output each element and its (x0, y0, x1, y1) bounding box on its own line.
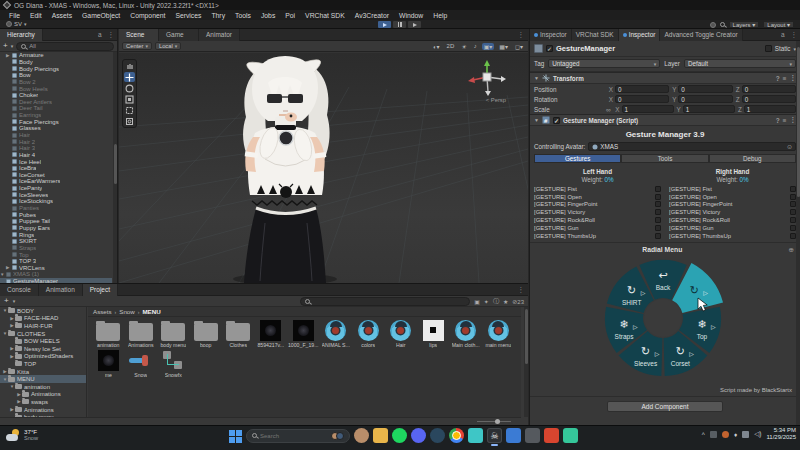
help-icon[interactable]: ? (776, 117, 780, 124)
script-header[interactable]: ▼ # ✓ Gesture Manager (Script) ? ≡ ⋮ (530, 114, 800, 126)
search-by-label-icon[interactable]: ✦ (484, 298, 489, 305)
asset-1000-f-19[interactable]: 1000_F_19... (287, 320, 320, 348)
hierarchy-item-hair-4[interactable]: Hair 4 (0, 152, 112, 159)
play-button[interactable] (378, 21, 391, 28)
tab-animation[interactable]: Animation (39, 284, 83, 296)
tab-inspector-1[interactable]: Inspector (530, 29, 572, 41)
asset-colors[interactable]: colors (352, 320, 385, 348)
taskbar-search[interactable] (246, 429, 350, 443)
tree-item-hair-fur[interactable]: ▶HAIR-FUR (0, 322, 86, 330)
shading-mode-icon[interactable]: ◐▾ (431, 43, 442, 50)
step-button[interactable] (408, 21, 421, 28)
services-icon[interactable] (710, 22, 716, 28)
gesture-checkbox[interactable] (655, 233, 661, 239)
onedrive-icon[interactable] (710, 431, 717, 438)
taskbar-icon-notes[interactable] (563, 428, 578, 443)
grid-toggle-icon[interactable]: ▦▾ (497, 43, 510, 50)
menu-file[interactable]: File (4, 12, 25, 19)
effects-toggle-icon[interactable]: ▣▾ (482, 43, 495, 50)
asset-animations[interactable]: Animations (125, 320, 158, 348)
taskbar-icon-vrchat-skull[interactable]: ☠ (487, 428, 502, 443)
presets-icon[interactable]: ≡ (783, 117, 787, 124)
weather-widget[interactable]: 37°F Snow (6, 428, 38, 441)
hierarchy-item-deer-tail[interactable]: Deer Tail (0, 105, 112, 112)
display-icon[interactable] (742, 431, 749, 438)
x-value-field[interactable]: 1 (622, 105, 674, 113)
hierarchy-item-pubes[interactable]: Pubes (0, 211, 112, 218)
tab-advanced-toggle-creator[interactable]: Advanced Toggle Creator (660, 29, 742, 41)
gesture-checkbox[interactable] (655, 201, 661, 207)
info-icon[interactable]: ⓘ (493, 297, 499, 306)
layers-dropdown[interactable]: Layers ▾ (729, 21, 760, 28)
rect-tool-icon[interactable] (124, 105, 135, 115)
asset-8594217v[interactable]: 8594217v... (255, 320, 288, 348)
lock-icon[interactable]: a (95, 29, 105, 40)
tab-hierarchy[interactable]: Hierarchy (0, 29, 43, 41)
x-value-field[interactable]: 0 (615, 95, 669, 103)
tab-vrchat-sdk[interactable]: VRChat SDK (572, 29, 619, 41)
hierarchy-item-top[interactable]: Top (0, 251, 112, 258)
tab-debug[interactable]: Debug (709, 154, 796, 163)
gizmos-dropdown-icon[interactable]: ◻▾ (513, 43, 525, 50)
menu-dots-icon[interactable]: ⋮ (514, 284, 529, 295)
scale-tool-icon[interactable] (124, 94, 135, 104)
tree-item-bow-heels[interactable]: BOW HEELS (0, 337, 86, 345)
hierarchy-item-icecorset[interactable]: IceCorset (0, 172, 112, 179)
tab-game[interactable]: Game (159, 29, 199, 41)
project-search[interactable] (300, 297, 470, 306)
breadcrumb-snow[interactable]: Snow (119, 308, 134, 315)
hierarchy-item-bow-2[interactable]: Bow 2 (0, 79, 112, 86)
gameobject-name[interactable]: GestureManager (556, 44, 762, 53)
taskbar-icon-discord[interactable] (411, 428, 426, 443)
tree-item-clothes[interactable]: ▼CLOTHES (0, 330, 86, 338)
menu-dots-icon[interactable]: ⋮ (788, 29, 800, 40)
hierarchy-item-deer-antlers[interactable]: Deer Antlers (0, 98, 112, 105)
asset-main-menu[interactable]: main menu (482, 320, 515, 348)
tag-dropdown[interactable]: Untagged▾ (548, 59, 660, 68)
asset-hair[interactable]: Hair (385, 320, 418, 348)
taskbar-icon-chrome[interactable] (449, 428, 464, 443)
menu-gameobject[interactable]: GameObject (77, 12, 125, 19)
tree-item-animations[interactable]: ▶Animations (0, 391, 86, 399)
taskbar-icon-user[interactable] (354, 428, 369, 443)
script-enabled-checkbox[interactable]: ✓ (553, 117, 560, 124)
plus-circle-icon[interactable]: ⊕ (789, 246, 794, 254)
transform-tool-icon[interactable] (124, 116, 135, 126)
menu-help[interactable]: Help (428, 12, 452, 19)
menu-vrchat-sdk[interactable]: VRChat SDK (300, 12, 350, 19)
favorites-star-icon[interactable]: ★ (503, 298, 508, 305)
taskbar-icon-chat-app[interactable] (468, 428, 483, 443)
menu-poi[interactable]: Poi (280, 12, 300, 19)
hierarchy-item-top-3[interactable]: TOP 3 (0, 258, 112, 265)
tab-project[interactable]: Project (83, 284, 118, 296)
search-icon[interactable] (720, 22, 725, 27)
tab-gestures[interactable]: Gestures (534, 154, 621, 163)
asset-snowfx[interactable]: Snowfx (157, 350, 190, 378)
taskbar-icon-recorder[interactable] (525, 428, 540, 443)
gesture-checkbox[interactable] (655, 209, 661, 215)
tree-item-kitta[interactable]: ▶Kitta (0, 368, 86, 376)
menu-services[interactable]: Services (170, 12, 206, 19)
asset-me[interactable]: me (92, 350, 125, 378)
menu-dots-icon[interactable]: ⋮ (105, 29, 118, 40)
tree-item-optimizedshaders[interactable]: ▶OptimizedShaders (0, 353, 86, 361)
hierarchy-item-skirt[interactable]: SKIRT (0, 238, 112, 245)
move-tool-icon[interactable] (124, 72, 135, 82)
active-checkbox[interactable]: ✓ (546, 45, 553, 52)
hierarchy-item-panties[interactable]: Panties (0, 205, 112, 212)
tree-item-body[interactable]: ▼BODY (0, 307, 86, 315)
hierarchy-item-bow[interactable]: Bow (0, 72, 112, 79)
clock[interactable]: 5:34 PM 11/29/2025 (766, 427, 796, 441)
menu-assets[interactable]: Assets (47, 12, 77, 19)
asset-snow[interactable]: Snow (125, 350, 158, 378)
taskbar-icon-medal[interactable] (544, 428, 559, 443)
hierarchy-item-body-piercings[interactable]: Body Piercings (0, 65, 112, 72)
layer-dropdown[interactable]: Default▾ (684, 59, 796, 68)
projection-label[interactable]: < Persp (486, 97, 506, 103)
menu-jobs[interactable]: Jobs (256, 12, 280, 19)
tree-item-nessy-ice-set[interactable]: ▶Nessy Ice Set (0, 345, 86, 353)
start-button[interactable] (228, 429, 242, 443)
scene-orientation-gizmo[interactable] (464, 58, 510, 100)
volume-icon[interactable]: ◁) (754, 430, 761, 438)
menu-dots-icon[interactable]: ⋮ (514, 29, 529, 40)
